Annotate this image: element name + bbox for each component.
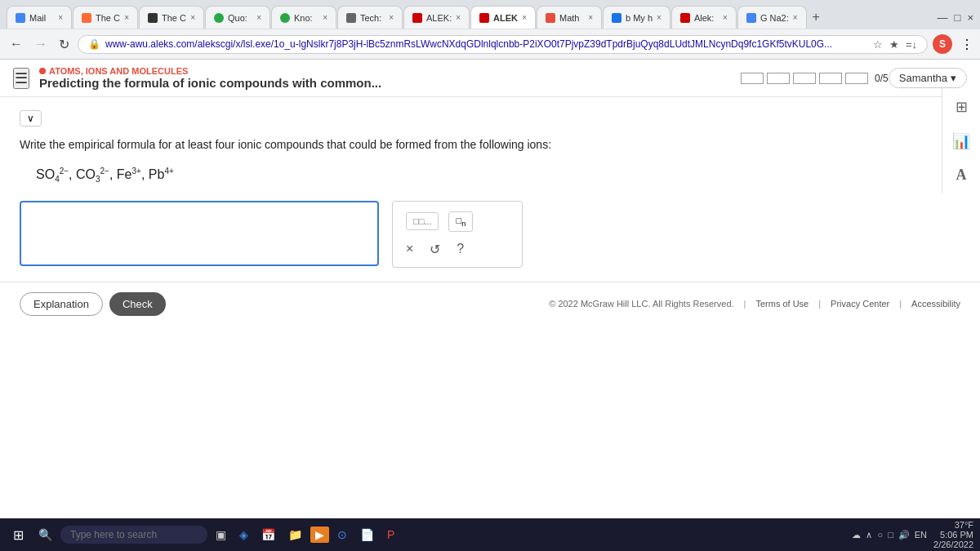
close-icon[interactable]: ×	[389, 13, 394, 22]
forward-button[interactable]: →	[31, 35, 51, 53]
subscript-button[interactable]: □□...	[406, 212, 439, 230]
taskbar-temperature: 37°F	[933, 520, 973, 530]
text-icon-button[interactable]: A	[949, 163, 973, 187]
close-icon[interactable]: ×	[190, 13, 195, 22]
address-bar-row: ← → ↻ 🔒 www-awu.aleks.com/alekscgi/x/lsl…	[0, 29, 980, 59]
section-label: ATOMS, IONS AND MOLECULES	[39, 66, 741, 76]
tab-alek3[interactable]: Alek: ×	[671, 6, 737, 29]
tab-favicon	[214, 13, 224, 23]
ion-pb: Pb4+	[149, 167, 174, 181]
ion-co3: CO32−	[76, 167, 109, 181]
hamburger-menu[interactable]: ☰	[13, 68, 29, 89]
taskbar-search-input[interactable]	[60, 526, 207, 544]
progress-box-1	[741, 73, 764, 84]
maximize-button[interactable]: □	[955, 11, 961, 24]
chart-icon-button[interactable]: 📊	[949, 129, 973, 153]
tab-myh[interactable]: b My h ×	[603, 6, 670, 29]
help-button[interactable]: ?	[457, 242, 464, 256]
check-button[interactable]: Check	[109, 292, 166, 316]
close-icon[interactable]: ×	[588, 13, 593, 22]
explanation-button[interactable]: Explanation	[20, 292, 103, 316]
taskbar-chrome-button[interactable]: ⊙	[332, 525, 352, 544]
tab-the2[interactable]: The C ×	[139, 6, 204, 29]
tab-alek1[interactable]: ALEK: ×	[403, 6, 470, 29]
close-icon[interactable]: ×	[124, 13, 129, 22]
address-bar[interactable]: 🔒 www-awu.aleks.com/alekscgi/x/lsl.exe/1…	[78, 35, 928, 54]
taskbar-winamp-button[interactable]: ▶	[310, 527, 329, 543]
eng-icon: EN	[915, 530, 927, 540]
tab-label: Math	[559, 13, 579, 23]
superscript-button[interactable]: □n	[448, 211, 473, 232]
clear-button[interactable]: ×	[406, 242, 413, 256]
tab-kno[interactable]: Kno: ×	[271, 6, 336, 29]
tab-favicon	[479, 13, 489, 23]
terms-link[interactable]: Terms of Use	[755, 299, 808, 309]
close-icon[interactable]: ×	[793, 13, 798, 22]
user-menu-button[interactable]: Samantha ▾	[889, 68, 967, 88]
tab-alek2-active[interactable]: ALEK ×	[470, 6, 536, 29]
undo-button[interactable]: ↺	[430, 242, 440, 257]
close-icon[interactable]: ×	[657, 13, 662, 22]
taskbar-files-button[interactable]: 📁	[283, 525, 307, 544]
subscript-icon: □□...	[413, 216, 431, 226]
back-button[interactable]: ←	[7, 35, 26, 53]
speaker-icon: 🔊	[898, 530, 910, 540]
tab-the1[interactable]: The C ×	[73, 6, 138, 29]
new-tab-button[interactable]: +	[808, 10, 825, 24]
tab-math[interactable]: Math ×	[537, 6, 602, 29]
extension-icon[interactable]: =↓	[906, 38, 917, 51]
close-icon[interactable]: ×	[456, 13, 461, 22]
tab-label: Tech:	[360, 13, 381, 23]
taskbar-pdf-button[interactable]: 📄	[355, 525, 379, 544]
arrow-up-icon: ∧	[866, 530, 872, 540]
minimize-button[interactable]: —	[938, 11, 948, 24]
start-button[interactable]: ⊞	[7, 524, 30, 546]
tab-favicon	[280, 13, 290, 23]
tab-favicon	[412, 13, 422, 23]
close-window-button[interactable]: ×	[967, 11, 973, 24]
chevron-down-icon: ▾	[951, 72, 956, 84]
answer-input[interactable]	[20, 201, 379, 266]
extensions-button[interactable]: ⋮	[960, 37, 973, 52]
browser-chrome: Mail × The C × The C × Quo: × Kno: × Tec…	[0, 0, 980, 60]
tab-favicon	[546, 13, 555, 23]
main-content: ☰ ATOMS, IONS AND MOLECULES Predicting t…	[0, 60, 980, 519]
tab-favicon	[746, 13, 756, 23]
bookmark-icon[interactable]: ☆	[873, 38, 883, 51]
close-icon[interactable]: ×	[256, 13, 261, 22]
tab-na2[interactable]: G Na2: ×	[737, 6, 807, 29]
profile-icon[interactable]: ★	[889, 38, 899, 51]
taskbar-ppt-button[interactable]: P	[382, 525, 399, 544]
progress-box-3	[793, 73, 816, 84]
tab-favicon	[82, 13, 91, 23]
chevron-down-icon: ∨	[27, 113, 34, 124]
collapse-button[interactable]: ∨	[20, 110, 42, 127]
taskbar-search-icon[interactable]: 🔍	[33, 525, 57, 544]
taskbar-view-button[interactable]: ▣	[211, 525, 231, 544]
tab-quo[interactable]: Quo: ×	[205, 6, 270, 29]
tab-label: The C	[96, 13, 120, 23]
symbol-actions: × ↺ ?	[406, 242, 509, 257]
privacy-link[interactable]: Privacy Center	[831, 299, 889, 309]
profile-button[interactable]: S	[933, 34, 952, 54]
close-icon[interactable]: ×	[522, 13, 527, 22]
taskbar-date-display: 2/26/2022	[933, 540, 973, 549]
circle-icon: ○	[877, 530, 883, 540]
close-icon[interactable]: ×	[323, 13, 327, 22]
close-icon[interactable]: ×	[723, 13, 728, 22]
accessibility-link[interactable]: Accessibility	[911, 299, 960, 309]
section-title: Predicting the formula of ionic compound…	[39, 76, 741, 90]
reload-button[interactable]: ↻	[56, 35, 73, 54]
tab-mail[interactable]: Mail ×	[7, 6, 72, 29]
formula-display: SO42−, CO32−, Fe3+, Pb4+	[36, 167, 960, 184]
taskbar-calendar-button[interactable]: 📅	[256, 525, 280, 544]
taskbar-edge-button[interactable]: ◈	[234, 525, 253, 544]
tab-label: Quo:	[228, 13, 247, 23]
taskbar-time-display: 5:06 PM	[933, 530, 973, 540]
tab-favicon	[16, 13, 25, 23]
close-icon[interactable]: ×	[58, 13, 63, 22]
tab-tech[interactable]: Tech: ×	[337, 6, 403, 29]
tab-favicon	[346, 13, 356, 23]
grid-icon-button[interactable]: ⊞	[949, 95, 973, 119]
lock-icon: 🔒	[88, 38, 100, 50]
